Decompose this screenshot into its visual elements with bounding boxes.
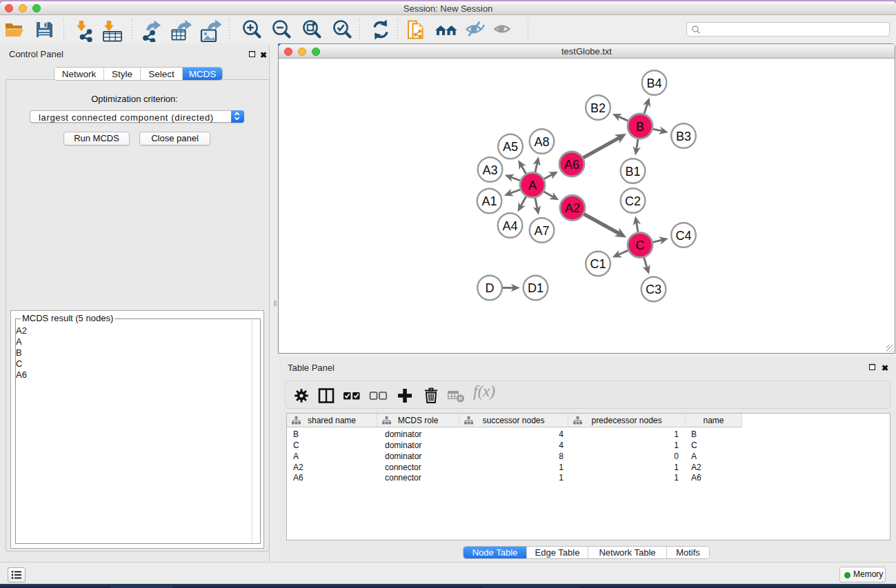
svg-text:C2: C2	[625, 194, 641, 208]
svg-text:B3: B3	[676, 130, 691, 143]
svg-text:A: A	[528, 179, 537, 192]
svg-text:D1: D1	[528, 281, 544, 295]
svg-text:A8: A8	[534, 135, 549, 149]
svg-text:A7: A7	[534, 224, 549, 238]
svg-text:B2: B2	[590, 101, 606, 115]
svg-text:A1: A1	[481, 194, 497, 208]
svg-text:B: B	[636, 120, 644, 134]
svg-text:A5: A5	[503, 140, 518, 154]
svg-text:C4: C4	[675, 229, 691, 243]
svg-text:A4: A4	[502, 219, 517, 233]
svg-text:D: D	[486, 281, 495, 295]
svg-text:C1: C1	[590, 257, 606, 271]
svg-text:C3: C3	[646, 283, 661, 296]
svg-text:B4: B4	[646, 77, 661, 90]
svg-text:A6: A6	[564, 158, 579, 172]
svg-text:C: C	[636, 239, 645, 252]
svg-text:A2: A2	[565, 201, 580, 215]
svg-text:B1: B1	[625, 165, 640, 179]
svg-text:A3: A3	[482, 163, 497, 177]
